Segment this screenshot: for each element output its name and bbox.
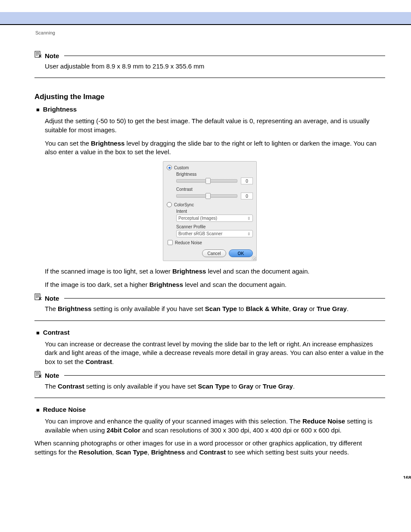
bold-term: Resolution: [79, 448, 112, 456]
text: and scan resolutions of 300 x 300 dpi, 4…: [140, 426, 342, 434]
radio-label: Custom: [174, 165, 189, 170]
bold-term: Contrast: [58, 383, 84, 390]
text: or: [307, 305, 317, 312]
dialog-screenshot: Custom Brightness 0 Contrast 0 ColorSync…: [34, 161, 385, 261]
contrast-value[interactable]: 0: [241, 193, 253, 199]
paragraph: You can set the Brightness level by drag…: [45, 139, 385, 157]
note-rule-bottom: [34, 78, 385, 78]
note-label: Note: [45, 295, 59, 302]
closing-paragraph: When scanning photographs or other image…: [34, 439, 385, 457]
text: setting is only available if you have se…: [91, 305, 205, 312]
paragraph: You can increase or decrease the contras…: [45, 340, 385, 367]
paragraph: Adjust the setting (-50 to 50) to get th…: [45, 117, 385, 134]
reduce-noise-checkbox-row[interactable]: Reduce Noise: [168, 240, 253, 245]
bold-term: Scan Type: [115, 448, 147, 456]
square-bullet-icon: ■: [36, 106, 40, 114]
text: and: [185, 448, 199, 456]
text: .: [347, 305, 349, 312]
svg-rect-2: [35, 371, 40, 377]
note-rule-bottom: [34, 398, 385, 398]
checkbox-icon[interactable]: [168, 240, 173, 245]
slider-thumb[interactable]: [206, 178, 211, 184]
bold-term: Contrast: [199, 448, 226, 456]
note-header: Note: [34, 51, 385, 60]
bold-term: True Gray: [317, 305, 347, 312]
bold-term: Scan Type: [198, 383, 230, 390]
slider-thumb[interactable]: [206, 193, 211, 199]
text: or: [253, 383, 263, 390]
note-icon: [34, 51, 42, 60]
text: level and scan the document again.: [183, 281, 286, 288]
note-header: Note: [34, 371, 385, 380]
bold-term: Brightness: [151, 448, 185, 456]
note-body: The Contrast setting is only available i…: [45, 382, 385, 391]
combo-value: Brother sRGB Scanner: [178, 231, 222, 236]
bold-term: Reduce Noise: [302, 417, 345, 425]
scanner-profile-label: Scanner Profile: [176, 224, 253, 229]
text: You can improve and enhance the quality …: [45, 417, 302, 425]
contrast-label: Contrast: [176, 187, 253, 192]
bullet-title: Reduce Noise: [43, 406, 86, 413]
radio-unselected-icon[interactable]: [167, 202, 172, 207]
bold-term: Brightness: [58, 305, 91, 312]
note-icon: [34, 371, 42, 380]
text: The: [45, 383, 58, 390]
scanner-profile-combo[interactable]: Brother sRGB Scanner ⇳: [176, 230, 253, 237]
resize-grip-icon[interactable]: [252, 256, 256, 260]
header-band: [0, 12, 411, 25]
bold-term: Gray: [239, 383, 253, 390]
bullet-title: Brightness: [43, 106, 77, 113]
text: ,: [147, 448, 151, 456]
bullet-contrast: ■ Contrast: [36, 329, 385, 337]
brightness-slider[interactable]: [176, 179, 237, 183]
brightness-label: Brightness: [176, 172, 253, 177]
radio-label: ColorSync: [174, 202, 194, 207]
intent-label: Intent: [176, 209, 253, 214]
section-label: Scanning: [35, 30, 385, 35]
radio-selected-icon[interactable]: [167, 165, 172, 170]
bold-term: Black & White: [246, 305, 289, 312]
page-number: 168: [403, 475, 411, 479]
note-icon: [34, 293, 42, 303]
dialog-buttons: Cancel OK: [167, 249, 253, 257]
text: If the image is too dark, set a higher: [45, 281, 149, 288]
brightness-slider-row: 0: [176, 177, 253, 184]
svg-rect-1: [35, 294, 40, 300]
bold-term: 24bit Color: [106, 426, 140, 434]
checkbox-label: Reduce Noise: [175, 240, 202, 245]
page-content: Scanning Note User adjustable from 8.9 x…: [0, 25, 411, 479]
intent-combo[interactable]: Perceptual (Images) ⇳: [176, 215, 253, 222]
note-rule: [64, 56, 385, 56]
brightness-value[interactable]: 0: [241, 177, 253, 184]
ok-button[interactable]: OK: [229, 249, 253, 257]
radio-colorsync-row[interactable]: ColorSync: [167, 202, 253, 207]
note-label: Note: [45, 52, 59, 59]
paragraph: You can improve and enhance the quality …: [45, 417, 385, 435]
square-bullet-icon: ■: [36, 329, 40, 337]
chevron-updown-icon: ⇳: [247, 216, 251, 221]
text: You can set the: [45, 140, 91, 147]
contrast-slider-row: 0: [176, 193, 253, 199]
radio-custom-row[interactable]: Custom: [167, 165, 253, 170]
combo-value: Perceptual (Images): [178, 216, 217, 221]
svg-rect-0: [35, 51, 40, 57]
note-body: User adjustable from 8.9 x 8.9 mm to 215…: [45, 62, 385, 71]
text: .: [293, 383, 295, 390]
paragraph: If the image is too dark, set a higher B…: [45, 280, 385, 289]
bold-term: Gray: [293, 305, 307, 312]
bold-term: Contrast: [85, 358, 112, 365]
bold-term: Scan Type: [205, 305, 237, 312]
note-body: The Brightness setting is only available…: [45, 305, 385, 313]
bullet-title: Contrast: [43, 329, 70, 336]
bold-term: Brightness: [91, 140, 125, 147]
text: to: [230, 383, 239, 390]
note-rule: [64, 375, 385, 376]
chevron-updown-icon: ⇳: [247, 232, 251, 236]
note-rule: [64, 298, 385, 299]
cancel-button[interactable]: Cancel: [202, 249, 226, 257]
text: .: [112, 358, 114, 365]
contrast-slider[interactable]: [176, 194, 237, 198]
text: to see which setting best suits your nee…: [226, 448, 349, 456]
note-rule-bottom: [34, 320, 385, 321]
note-label: Note: [45, 372, 59, 379]
